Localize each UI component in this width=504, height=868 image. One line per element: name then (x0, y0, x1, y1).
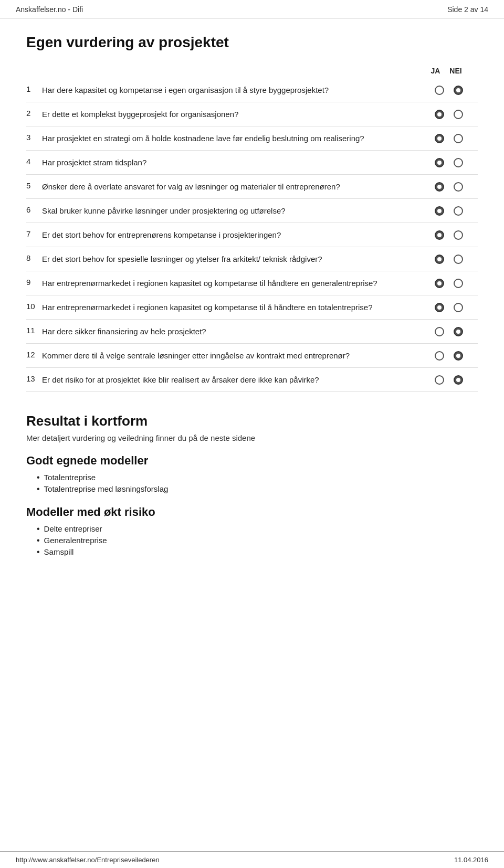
nei-label: NEI (449, 67, 461, 75)
questions-table: 1Har dere kapasitet og kompetanse i egen… (26, 78, 478, 392)
footer-date: 11.04.2016 (454, 856, 488, 864)
question-number: 3 (26, 126, 42, 151)
question-number: 10 (26, 295, 42, 320)
question-number: 7 (26, 223, 42, 247)
ja-radio[interactable] (435, 182, 444, 192)
question-text: Har prosjektet en strategi om å holde ko… (42, 126, 421, 151)
table-row: 6Skal bruker kunne påvirke løsninger und… (26, 199, 478, 223)
page-footer: http://www.anskaffelser.no/Entreprisevei… (0, 851, 504, 868)
site-name: Anskaffelser.no - Difi (16, 5, 83, 14)
table-row: 8Er det stort behov for spesielle løsnin… (26, 247, 478, 271)
nei-radio[interactable] (454, 110, 463, 119)
question-text: Er det stort behov for spesielle løsning… (42, 247, 421, 271)
nei-radio[interactable] (454, 158, 463, 167)
question-text: Har dere sikker finansiering av hele pro… (42, 320, 421, 344)
table-row: 9Har entreprenørmarkedet i regionen kapa… (26, 271, 478, 295)
page-header: Anskaffelser.no - Difi Side 2 av 14 (0, 0, 504, 18)
footer-url: http://www.anskaffelser.no/Entreprisevei… (16, 856, 160, 864)
question-text: Har entreprenørmarkedet i regionen kapas… (42, 295, 421, 320)
nei-radio[interactable] (454, 182, 463, 192)
question-text: Ønsker dere å overlate ansvaret for valg… (42, 175, 421, 199)
nei-radio[interactable] (454, 230, 463, 240)
ja-radio[interactable] (435, 86, 444, 95)
nei-radio[interactable] (454, 86, 463, 95)
question-number: 13 (26, 368, 42, 392)
question-text: Er dette et komplekst byggeprosjekt for … (42, 102, 421, 126)
table-row: 1Har dere kapasitet og kompetanse i egen… (26, 78, 478, 102)
question-number: 5 (26, 175, 42, 199)
question-radios[interactable] (421, 78, 478, 102)
question-radios[interactable] (421, 295, 478, 320)
question-number: 12 (26, 344, 42, 368)
question-radios[interactable] (421, 320, 478, 344)
question-number: 2 (26, 102, 42, 126)
table-row: 2Er dette et komplekst byggeprosjekt for… (26, 102, 478, 126)
ja-radio[interactable] (435, 230, 444, 240)
question-text: Har entreprenørmarkedet i regionen kapas… (42, 271, 421, 295)
table-row: 13Er det risiko for at prosjektet ikke b… (26, 368, 478, 392)
question-text: Kommer dere til å velge sentrale løsning… (42, 344, 421, 368)
ja-radio[interactable] (435, 351, 444, 361)
question-number: 9 (26, 271, 42, 295)
table-row: 11Har dere sikker finansiering av hele p… (26, 320, 478, 344)
list-item: Totalentreprise (37, 473, 478, 482)
question-radios[interactable] (421, 175, 478, 199)
question-radios[interactable] (421, 102, 478, 126)
table-row: 12Kommer dere til å velge sentrale løsni… (26, 344, 478, 368)
question-radios[interactable] (421, 344, 478, 368)
good-models-title: Godt egnede modeller (26, 454, 478, 468)
ja-radio[interactable] (435, 110, 444, 119)
question-number: 8 (26, 247, 42, 271)
question-number: 11 (26, 320, 42, 344)
nei-radio[interactable] (454, 255, 463, 264)
table-row: 7Er det stort behov for entreprenørens k… (26, 223, 478, 247)
question-text: Har dere kapasitet og kompetanse i egen … (42, 78, 421, 102)
question-radios[interactable] (421, 199, 478, 223)
ja-radio[interactable] (435, 134, 444, 143)
question-radios[interactable] (421, 223, 478, 247)
question-number: 1 (26, 78, 42, 102)
ja-radio[interactable] (435, 158, 444, 167)
ja-radio[interactable] (435, 255, 444, 264)
table-row: 4Har prosjektet stram tidsplan? (26, 151, 478, 175)
question-text: Skal bruker kunne påvirke løsninger unde… (42, 199, 421, 223)
ja-radio[interactable] (435, 279, 444, 288)
question-text: Er det risiko for at prosjektet ikke bli… (42, 368, 421, 392)
ja-label: JA (430, 67, 440, 75)
nei-radio[interactable] (454, 375, 463, 385)
nei-radio[interactable] (454, 303, 463, 312)
list-item: Delte entrepriser (37, 524, 478, 534)
result-section-subtitle: Mer detaljert vurdering og veiledning fi… (26, 433, 478, 442)
question-number: 4 (26, 151, 42, 175)
question-radios[interactable] (421, 126, 478, 151)
table-row: 5Ønsker dere å overlate ansvaret for val… (26, 175, 478, 199)
table-row: 10Har entreprenørmarkedet i regionen kap… (26, 295, 478, 320)
nei-radio[interactable] (454, 206, 463, 216)
question-radios[interactable] (421, 247, 478, 271)
nei-radio[interactable] (454, 351, 463, 361)
risk-models-list: Delte entrepriserGeneralentrepriseSamspi… (26, 524, 478, 557)
question-radios[interactable] (421, 151, 478, 175)
table-row: 3Har prosjektet en strategi om å holde k… (26, 126, 478, 151)
good-models-list: TotalentrepriseTotalentreprise med løsni… (26, 473, 478, 494)
question-radios[interactable] (421, 368, 478, 392)
nei-radio[interactable] (454, 327, 463, 336)
ja-radio[interactable] (435, 303, 444, 312)
ja-radio[interactable] (435, 206, 444, 216)
ja-radio[interactable] (435, 375, 444, 385)
page-number: Side 2 av 14 (447, 5, 488, 14)
ja-nei-header: JA NEI (26, 67, 478, 75)
question-text: Er det stort behov for entreprenørens ko… (42, 223, 421, 247)
question-number: 6 (26, 199, 42, 223)
list-item: Samspill (37, 547, 478, 557)
nei-radio[interactable] (454, 279, 463, 288)
question-text: Har prosjektet stram tidsplan? (42, 151, 421, 175)
result-section-title: Resultat i kortform (26, 413, 478, 429)
nei-radio[interactable] (454, 134, 463, 143)
list-item: Generalentreprise (37, 536, 478, 545)
risk-models-title: Modeller med økt risiko (26, 505, 478, 519)
question-radios[interactable] (421, 271, 478, 295)
page-title: Egen vurdering av prosjektet (26, 34, 478, 51)
ja-radio[interactable] (435, 327, 444, 336)
list-item: Totalentreprise med løsningsforslag (37, 484, 478, 494)
